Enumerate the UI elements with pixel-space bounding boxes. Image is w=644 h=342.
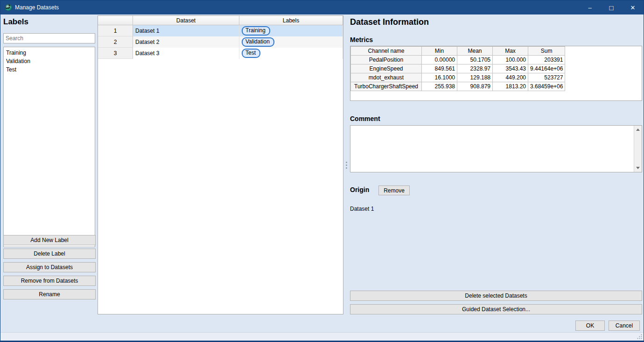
remove-from-datasets-button[interactable]: Remove from Datasets (3, 276, 96, 286)
metrics-row: EngineSpeed 849.561 2328.97 3543.43 9.44… (351, 64, 565, 73)
sum-value: 523727 (528, 73, 565, 82)
labels-list[interactable]: Training Validation Test (3, 47, 95, 247)
maximize-button[interactable]: □ (601, 0, 622, 14)
metrics-col-max: Max (493, 47, 528, 56)
origin-remove-button[interactable]: Remove (378, 185, 410, 195)
label-tag-validation[interactable]: Validation (242, 37, 274, 47)
scroll-down-icon[interactable] (634, 164, 642, 172)
delete-label-button[interactable]: Delete Label (3, 249, 96, 259)
rename-button[interactable]: Rename (3, 289, 96, 299)
header-labels[interactable]: Labels (239, 16, 343, 25)
labels-cell[interactable]: Test (239, 48, 343, 59)
mean-value: 50.1705 (457, 56, 493, 64)
list-item-test[interactable]: Test (4, 65, 95, 74)
max-value: 449.200 (493, 73, 528, 82)
origin-section-title: Origin (350, 186, 369, 193)
assign-to-datasets-button[interactable]: Assign to Datasets (3, 262, 96, 272)
minimize-button[interactable]: – (579, 0, 601, 14)
mean-value: 129.188 (457, 73, 493, 82)
labels-cell[interactable]: Training (239, 25, 343, 36)
max-value: 100.000 (493, 56, 528, 64)
table-row[interactable]: 2 Dataset 2 Validation (98, 36, 343, 48)
label-tag-training[interactable]: Training (242, 26, 270, 36)
sum-value: 9.44164e+06 (528, 64, 565, 73)
comment-input[interactable] (350, 126, 634, 172)
mean-value: 908.879 (457, 82, 493, 91)
channel-name: TurboChargerShaftSpeed (351, 82, 422, 91)
channel-name: mdot_exhaust (351, 73, 422, 82)
dataset-name-cell[interactable]: Dataset 3 (133, 48, 239, 59)
cancel-button[interactable]: Cancel (609, 321, 640, 331)
titlebar[interactable]: Manage Datasets – □ ✕ (0, 0, 644, 14)
min-value: 0.00000 (422, 56, 457, 64)
delete-selected-datasets-button[interactable]: Delete selected Datasets (350, 291, 642, 301)
labels-cell[interactable]: Validation (239, 36, 343, 48)
datasets-table: Dataset Labels 1 Dataset 1 Training 2 Da… (98, 15, 343, 314)
comment-section-title: Comment (350, 115, 380, 122)
max-value: 3543.43 (493, 64, 528, 73)
row-number: 3 (98, 48, 133, 59)
window-bottom-border (0, 341, 644, 342)
datasets-table-header: Dataset Labels (98, 16, 343, 25)
window-title: Manage Datasets (15, 4, 59, 11)
metrics-header-row: Channel name Min Mean Max Sum (351, 47, 565, 56)
channel-name: EngineSpeed (351, 64, 422, 73)
header-dataset[interactable]: Dataset (133, 16, 239, 25)
metrics-col-min: Min (422, 47, 457, 56)
panel-splitter[interactable] (345, 15, 348, 314)
min-value: 255.938 (422, 82, 457, 91)
sum-value: 3.68459e+06 (528, 82, 565, 91)
metrics-row: PedalPosition 0.00000 50.1705 100.000 20… (351, 56, 565, 64)
metrics-row: TurboChargerShaftSpeed 255.938 908.879 1… (351, 82, 565, 91)
origin-dataset-name: Dataset 1 (350, 206, 374, 212)
close-button[interactable]: ✕ (622, 0, 644, 14)
app-icon (5, 4, 12, 11)
manage-datasets-window: Manage Datasets – □ ✕ Labels Training Va… (0, 0, 644, 342)
comment-box (350, 125, 642, 172)
row-number: 1 (98, 25, 133, 36)
max-value: 1813.20 (493, 82, 528, 91)
metrics-col-channel: Channel name (351, 47, 422, 56)
scroll-up-icon[interactable] (634, 126, 642, 134)
metrics-table: Channel name Min Mean Max Sum PedalPosit… (350, 46, 642, 101)
resize-grip-icon[interactable] (637, 334, 643, 340)
list-item-validation[interactable]: Validation (4, 57, 95, 65)
comment-scrollbar[interactable] (634, 126, 642, 172)
search-input[interactable] (3, 33, 95, 43)
add-new-label-button[interactable]: Add New Label (3, 235, 96, 245)
table-row[interactable]: 3 Dataset 3 Test (98, 48, 343, 59)
metrics-col-sum: Sum (528, 47, 565, 56)
list-item-training[interactable]: Training (4, 49, 95, 57)
channel-name: PedalPosition (351, 56, 422, 64)
sum-value: 203391 (528, 56, 565, 64)
min-value: 16.1000 (422, 73, 457, 82)
header-index[interactable] (98, 16, 133, 25)
dataset-name-cell[interactable]: Dataset 2 (133, 36, 239, 48)
metrics-row: mdot_exhaust 16.1000 129.188 449.200 523… (351, 73, 565, 82)
table-row[interactable]: 1 Dataset 1 Training (98, 25, 343, 36)
dialog-footer: OK Cancel (0, 319, 644, 332)
metrics-col-mean: Mean (457, 47, 493, 56)
status-bar (0, 332, 644, 341)
row-number: 2 (98, 36, 133, 48)
info-panel-title: Dataset Information (350, 17, 429, 27)
metrics-section-title: Metrics (350, 36, 373, 43)
labels-panel-title: Labels (3, 17, 28, 27)
dataset-information-panel: Dataset Information Metrics Channel name… (348, 15, 642, 314)
mean-value: 2328.97 (457, 64, 493, 73)
guided-dataset-selection-button[interactable]: Guided Dataset Selection... (350, 304, 642, 314)
ok-button[interactable]: OK (575, 321, 605, 331)
dataset-name-cell[interactable]: Dataset 1 (133, 25, 239, 36)
min-value: 849.561 (422, 64, 457, 73)
label-tag-test[interactable]: Test (242, 49, 260, 58)
